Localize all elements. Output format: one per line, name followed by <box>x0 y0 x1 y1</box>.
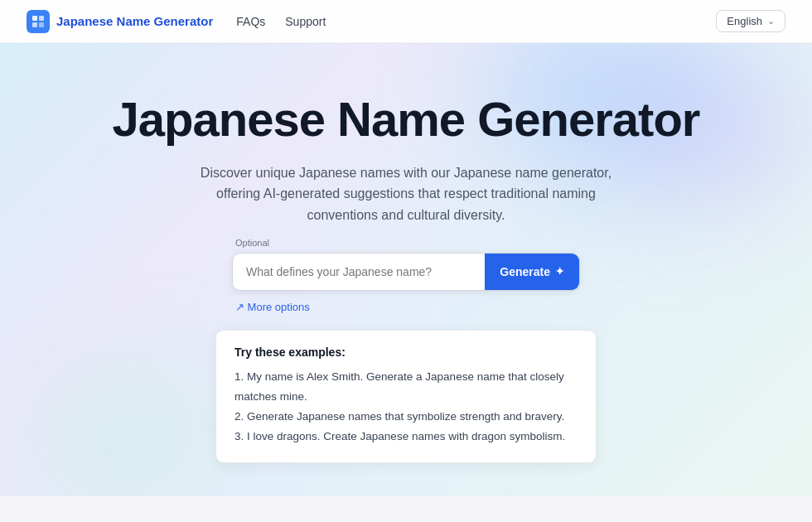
chevron-down-icon: ⌄ <box>767 16 775 27</box>
generate-button[interactable]: Generate ✦ <box>485 254 579 290</box>
input-container: Optional Generate ✦ ↗ More options <box>232 253 580 313</box>
svg-rect-0 <box>32 16 37 21</box>
more-options-link[interactable]: ↗ More options <box>232 301 580 313</box>
hero-content: Japanese Name Generator Discover unique … <box>17 93 795 463</box>
language-label: English <box>727 15 762 27</box>
nav-faqs[interactable]: FAQs <box>236 15 265 28</box>
example-item-2[interactable]: 2. Generate Japanese names that symboliz… <box>234 407 578 427</box>
hero-section: Japanese Name Generator Discover unique … <box>0 43 812 496</box>
nav-logo[interactable]: Japanese Name Generator <box>27 10 213 33</box>
nav-support[interactable]: Support <box>285 15 326 28</box>
example-item-3[interactable]: 3. I love dragons. Create Japanese names… <box>234 427 578 447</box>
name-input[interactable] <box>233 254 485 290</box>
examples-title: Try these examples: <box>234 346 578 359</box>
generate-icon: ✦ <box>555 265 564 278</box>
input-label: Optional <box>235 238 269 248</box>
input-wrapper: Generate ✦ <box>232 253 580 291</box>
example-item-1[interactable]: 1. My name is Alex Smith. Generate a Jap… <box>234 367 578 408</box>
nav-links: FAQs Support <box>236 15 326 28</box>
svg-rect-3 <box>39 22 44 27</box>
hero-title: Japanese Name Generator <box>17 93 795 146</box>
hero-subtitle: Discover unique Japanese names with our … <box>199 162 613 226</box>
generate-label: Generate <box>500 265 550 278</box>
navbar: Japanese Name Generator FAQs Support Eng… <box>0 0 812 43</box>
logo-text: Japanese Name Generator <box>56 14 213 28</box>
examples-box: Try these examples: 1. My name is Alex S… <box>215 330 597 463</box>
logo-icon <box>27 10 50 33</box>
language-selector[interactable]: English ⌄ <box>716 10 785 32</box>
svg-rect-2 <box>32 22 37 27</box>
svg-rect-1 <box>39 16 44 21</box>
